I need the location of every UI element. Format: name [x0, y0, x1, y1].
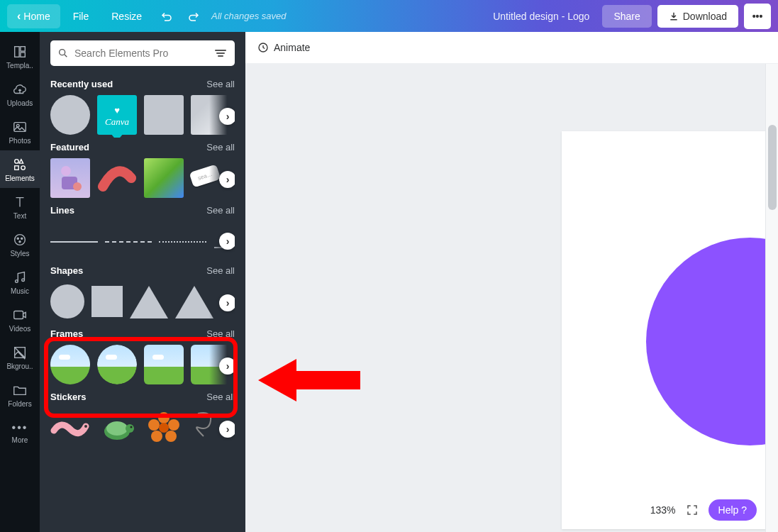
rail-more[interactable]: •••More [0, 414, 40, 451]
line-solid[interactable] [50, 241, 98, 261]
section-featured: FeaturedSee all sea… › [50, 142, 235, 201]
canvas-area: Animate + Add page 133% Help ? [245, 32, 778, 532]
rail-styles[interactable]: Styles [0, 226, 40, 263]
shape-square[interactable] [91, 286, 123, 317]
section-title: Featured [50, 142, 89, 153]
top-bar: Home File Resize All changes saved Untit… [0, 0, 778, 32]
svg-point-13 [22, 278, 25, 281]
rail-uploads[interactable]: Uploads [0, 75, 40, 113]
search-box[interactable] [50, 40, 235, 66]
section-stickers: StickersSee all › [50, 392, 235, 450]
animate-label: Animate [274, 42, 310, 53]
rail-background[interactable]: Bkgrou.. [0, 338, 40, 376]
canvas-stage[interactable]: + Add page [245, 64, 778, 532]
file-button[interactable]: File [63, 5, 99, 28]
element-circle[interactable] [50, 95, 90, 135]
svg-point-10 [21, 238, 23, 239]
element-gradient-sq[interactable] [144, 158, 184, 198]
svg-point-12 [16, 279, 18, 282]
sticker-scribble[interactable] [191, 408, 219, 443]
element-curve[interactable] [97, 158, 137, 198]
help-button[interactable]: Help ? [708, 499, 757, 521]
section-recently-used: Recently usedSee all › [50, 79, 235, 138]
rail-folders[interactable]: Folders [0, 376, 40, 414]
see-all-link[interactable]: See all [206, 392, 235, 402]
see-all-link[interactable]: See all [206, 142, 235, 153]
svg-point-28 [151, 431, 162, 442]
section-shapes: ShapesSee all › [50, 265, 235, 324]
row-next-button[interactable]: › [219, 294, 235, 311]
row-next-button[interactable]: › [219, 108, 235, 125]
row-next-button[interactable]: › [219, 421, 235, 438]
svg-point-27 [165, 431, 177, 442]
section-frames: FramesSee all › [50, 328, 235, 387]
elements-panel: Recently usedSee all › FeaturedSee all s… [40, 32, 245, 532]
element-canva-badge[interactable] [97, 95, 137, 135]
element-illustration[interactable] [50, 158, 90, 198]
line-dotted[interactable] [159, 241, 206, 261]
share-button[interactable]: Share [602, 5, 651, 28]
rail-text[interactable]: Text [0, 188, 40, 226]
see-all-link[interactable]: See all [206, 79, 235, 89]
resize-button[interactable]: Resize [101, 5, 152, 28]
svg-rect-1 [21, 46, 25, 50]
line-dashed[interactable] [105, 241, 152, 261]
row-next-button[interactable]: › [219, 171, 235, 188]
see-all-link[interactable]: See all [206, 205, 235, 216]
svg-point-26 [168, 419, 179, 431]
svg-point-16 [60, 50, 65, 55]
section-title: Shapes [50, 265, 83, 276]
frame-circle[interactable] [50, 345, 90, 384]
svg-point-23 [126, 424, 134, 433]
fullscreen-icon[interactable] [686, 504, 699, 516]
overflow-menu-button[interactable]: ••• [744, 4, 771, 29]
shape-circle[interactable] [50, 284, 84, 318]
home-button[interactable]: Home [7, 4, 60, 28]
search-input[interactable] [74, 48, 209, 59]
rail-photos[interactable]: Photos [0, 113, 40, 150]
canvas-toolbar: Animate [245, 32, 778, 64]
section-lines: LinesSee all ⟶ › [50, 205, 235, 261]
rail-music[interactable]: Music [0, 263, 40, 301]
design-title[interactable]: Untitled design - Logo [493, 11, 589, 22]
vertical-scrollbar[interactable] [765, 64, 778, 532]
svg-rect-0 [15, 46, 19, 57]
svg-rect-14 [14, 311, 23, 318]
section-title: Recently used [50, 79, 113, 89]
sticker-flower[interactable] [144, 408, 184, 448]
svg-point-5 [15, 159, 19, 163]
shape-triangle-alt[interactable] [175, 286, 213, 318]
row-next-button[interactable]: › [219, 358, 235, 375]
rail-elements[interactable]: Elements [0, 150, 40, 188]
filter-icon[interactable] [215, 47, 228, 60]
sticker-worm[interactable] [50, 416, 90, 438]
element-tag[interactable]: sea… [189, 164, 221, 187]
svg-point-20 [84, 425, 87, 428]
row-next-button[interactable]: › [219, 233, 235, 250]
frame-square[interactable] [144, 345, 184, 384]
rail-templates[interactable]: Templa.. [0, 38, 40, 75]
redo-button[interactable] [182, 4, 206, 28]
svg-point-22 [106, 421, 128, 436]
rail-videos[interactable]: Videos [0, 301, 40, 338]
design-page[interactable] [562, 131, 778, 529]
zoom-level[interactable]: 133% [650, 504, 676, 516]
shape-triangle[interactable] [130, 286, 168, 318]
sticker-turtle[interactable] [97, 411, 137, 443]
see-all-link[interactable]: See all [206, 328, 235, 339]
see-all-link[interactable]: See all [206, 265, 235, 276]
purple-circle-element[interactable] [646, 238, 778, 445]
svg-rect-7 [21, 165, 26, 170]
svg-rect-6 [15, 165, 19, 170]
frame-scallop[interactable] [97, 345, 137, 384]
svg-point-30 [159, 423, 169, 433]
download-button[interactable]: Download [657, 5, 738, 28]
animate-button[interactable]: Animate [257, 41, 310, 54]
element-square[interactable] [144, 95, 184, 135]
svg-point-11 [19, 240, 21, 242]
undo-button[interactable] [155, 4, 179, 28]
home-label: Home [23, 11, 50, 22]
svg-point-29 [148, 419, 160, 431]
svg-point-9 [17, 238, 18, 239]
svg-point-19 [73, 182, 82, 191]
